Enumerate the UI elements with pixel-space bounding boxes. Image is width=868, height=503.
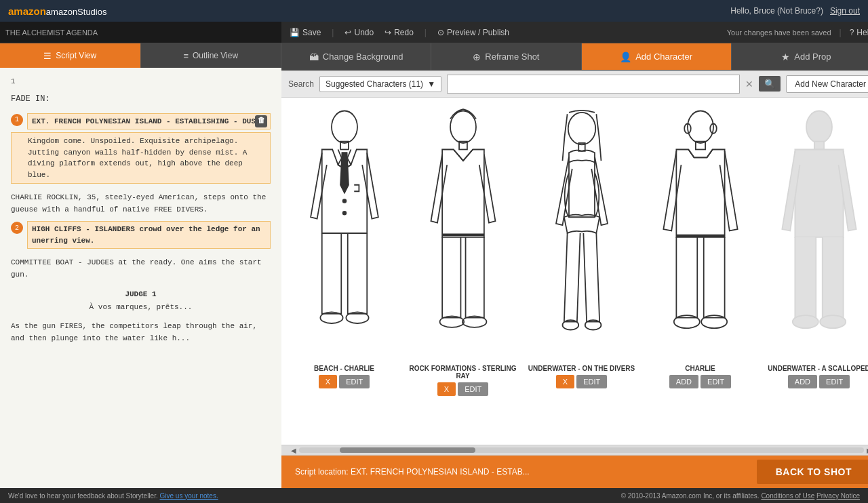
toolbar-right: Your changes have been saved | ? Help bbox=[727, 28, 868, 37]
svg-point-10 bbox=[568, 113, 595, 145]
amazon-studios-logo: amazonamazonStudios bbox=[8, 5, 106, 17]
char-edit-button-underwater-scalloped[interactable]: EDIT bbox=[819, 375, 850, 388]
dropdown-chevron-icon: ▼ bbox=[427, 79, 435, 89]
left-panel: THE ALCHEMIST AGENDA ☰ Script View ≡ Out… bbox=[0, 22, 281, 488]
horizontal-scrollbar-thumb[interactable] bbox=[340, 447, 475, 453]
fade-in-text: FADE IN: bbox=[11, 93, 271, 105]
script-content: 1 FADE IN: 1 EXT. FRENCH POLYNESIAN ISLA… bbox=[0, 68, 281, 488]
undo-button[interactable]: ↩ Undo bbox=[344, 28, 374, 37]
left-tabs: ☰ Script View ≡ Outline View bbox=[0, 43, 281, 68]
character-svg-bikini-female bbox=[528, 104, 636, 362]
tab-reframe-shot[interactable]: ⊕ Reframe Shot bbox=[431, 43, 581, 70]
scene-sub-block-1: 2 HIGH CLIFFS - ISLANDERS crowd over the… bbox=[11, 221, 271, 249]
scene-sub-heading-row-1: 2 HIGH CLIFFS - ISLANDERS crowd over the… bbox=[11, 221, 271, 249]
back-to-shot-button[interactable]: BACK TO SHOT bbox=[757, 460, 868, 484]
svg-point-4 bbox=[342, 199, 346, 203]
character-svg-suit-male bbox=[290, 104, 399, 362]
footer: We'd love to hear your feedback about St… bbox=[0, 488, 868, 503]
char-remove-button-underwater-divers[interactable]: X bbox=[556, 375, 574, 388]
action-text-charlie: CHARLIE ROCKLIN, 35, steely-eyed America… bbox=[11, 189, 271, 221]
svg-point-23 bbox=[820, 315, 846, 328]
action-text-committee: COMMITTEE BOAT - JUDGES at the ready. On… bbox=[11, 254, 271, 286]
search-clear-icon[interactable]: ✕ bbox=[745, 79, 753, 89]
help-button[interactable]: ? Help bbox=[850, 28, 868, 37]
scroll-right-arrow[interactable]: ▶ bbox=[864, 447, 868, 454]
char-edit-button-charlie[interactable]: EDIT bbox=[701, 375, 731, 388]
bottom-bar: Script location: EXT. FRENCH POLYNESIAN … bbox=[281, 456, 868, 488]
conditions-of-use-link[interactable]: Conditions of Use bbox=[761, 492, 814, 500]
search-filter-value: Suggested Characters (11) bbox=[326, 79, 423, 89]
script-location: Script location: EXT. FRENCH POLYNESIAN … bbox=[295, 467, 530, 477]
outline-view-label: Outline View bbox=[193, 51, 238, 60]
tab-add-prop[interactable]: ★ Add Prop bbox=[732, 43, 868, 70]
tab-add-character[interactable]: 👤 Add Character bbox=[582, 43, 732, 70]
char-remove-button-rock-sterling[interactable]: X bbox=[437, 382, 456, 396]
characters-area: BEACH - CHARLIE X EDIT bbox=[281, 98, 868, 445]
horizontal-scrollbar-track[interactable] bbox=[299, 447, 864, 453]
character-svg-ghost bbox=[765, 104, 869, 362]
tab-change-background[interactable]: 🏔 Change Background bbox=[281, 43, 431, 70]
char-actions-charlie: ADD EDIT bbox=[669, 375, 731, 388]
svg-point-22 bbox=[792, 315, 818, 328]
scroll-left-arrow[interactable]: ◀ bbox=[288, 447, 299, 454]
preview-publish-button[interactable]: ⊙ Preview / Publish bbox=[437, 28, 509, 37]
scene-sub-heading-1: HIGH CLIFFS - ISLANDERS crowd over the l… bbox=[27, 221, 271, 249]
search-go-button[interactable]: 🔍 bbox=[759, 76, 781, 92]
char-edit-button-beach-charlie[interactable]: EDIT bbox=[339, 375, 370, 388]
sep2: | bbox=[425, 28, 427, 37]
feedback-link[interactable]: Give us your notes. bbox=[160, 492, 218, 500]
change-bg-label: Change Background bbox=[323, 52, 403, 62]
left-toolbar: THE ALCHEMIST AGENDA bbox=[0, 22, 281, 43]
sign-out-link[interactable]: Sign out bbox=[830, 6, 860, 16]
characters-scroll: BEACH - CHARLIE X EDIT bbox=[288, 104, 868, 445]
sep3: | bbox=[840, 28, 842, 37]
footer-copyright: © 2010-2013 Amazon.com Inc, or its affil… bbox=[621, 492, 860, 500]
char-actions-underwater-scalloped: ADD EDIT bbox=[788, 375, 850, 388]
delete-scene-icon[interactable]: 🗑 bbox=[255, 115, 267, 127]
svg-point-6 bbox=[450, 111, 476, 144]
preview-icon: ⊙ bbox=[437, 28, 444, 37]
svg-point-5 bbox=[342, 212, 346, 215]
saved-message: Your changes have been saved bbox=[727, 28, 831, 37]
add-char-label: Add Character bbox=[635, 52, 692, 62]
scene-heading-1: EXT. FRENCH POLYNESIAN ISLAND - ESTABLIS… bbox=[27, 113, 271, 130]
svg-point-20 bbox=[806, 111, 832, 144]
scene-heading-row-1: 1 EXT. FRENCH POLYNESIAN ISLAND - ESTABL… bbox=[11, 113, 271, 130]
char-name-beach-charlie: BEACH - CHARLIE bbox=[314, 365, 374, 372]
char-add-button-underwater-scalloped[interactable]: ADD bbox=[788, 375, 817, 388]
character-card-rock-sterling: ROCK FORMATIONS - STERLING RAY X EDIT bbox=[407, 104, 519, 445]
search-filter-dropdown[interactable]: Suggested Characters (11) ▼ bbox=[319, 76, 441, 92]
redo-button[interactable]: ↪ Redo bbox=[384, 28, 414, 37]
scrollbar-row: ◀ ▶ bbox=[281, 445, 868, 456]
undo-icon: ↩ bbox=[344, 28, 351, 37]
char-name-underwater-scalloped: UNDERWATER - A SCALLOPED bbox=[768, 365, 868, 372]
char-remove-button-beach-charlie[interactable]: X bbox=[319, 375, 337, 388]
add-prop-icon: ★ bbox=[781, 52, 790, 62]
project-title: THE ALCHEMIST AGENDA bbox=[5, 28, 98, 37]
privacy-notice-link[interactable]: Privacy Notice bbox=[816, 492, 860, 500]
scene-block-1: 1 EXT. FRENCH POLYNESIAN ISLAND - ESTABL… bbox=[11, 113, 271, 184]
char-edit-button-rock-sterling[interactable]: EDIT bbox=[458, 382, 488, 396]
scene-badge-1: 1 bbox=[11, 114, 23, 126]
add-new-character-button[interactable]: Add New Character bbox=[786, 75, 868, 93]
tab-outline-view[interactable]: ≡ Outline View bbox=[141, 43, 282, 68]
scene-badge-2: 2 bbox=[11, 222, 23, 234]
add-prop-label: Add Prop bbox=[794, 52, 831, 62]
char-edit-button-underwater-divers[interactable]: EDIT bbox=[576, 375, 607, 388]
char-add-button-charlie[interactable]: ADD bbox=[669, 375, 698, 388]
svg-point-0 bbox=[332, 111, 357, 144]
char-name-rock-sterling: ROCK FORMATIONS - STERLING RAY bbox=[407, 365, 519, 380]
topbar: amazonamazonStudios Hello, Bruce (Not Br… bbox=[0, 0, 868, 22]
char-actions-rock-sterling: X EDIT bbox=[437, 382, 488, 396]
reframe-label: Reframe Shot bbox=[485, 52, 539, 62]
char-actions-beach-charlie: X EDIT bbox=[319, 375, 370, 388]
tab-script-view[interactable]: ☰ Script View bbox=[0, 43, 141, 68]
char-actions-underwater-divers: X EDIT bbox=[556, 375, 607, 388]
right-toolbar: 💾 Save | ↩ Undo ↪ Redo | ⊙ Preview / Pub… bbox=[281, 22, 868, 43]
search-input[interactable] bbox=[447, 75, 740, 94]
search-label: Search bbox=[288, 79, 314, 89]
save-button[interactable]: 💾 Save bbox=[290, 28, 321, 37]
footer-feedback: We'd love to hear your feedback about St… bbox=[8, 492, 218, 500]
line-number: 1 bbox=[11, 76, 271, 87]
character-figure-beach-charlie bbox=[290, 104, 399, 362]
